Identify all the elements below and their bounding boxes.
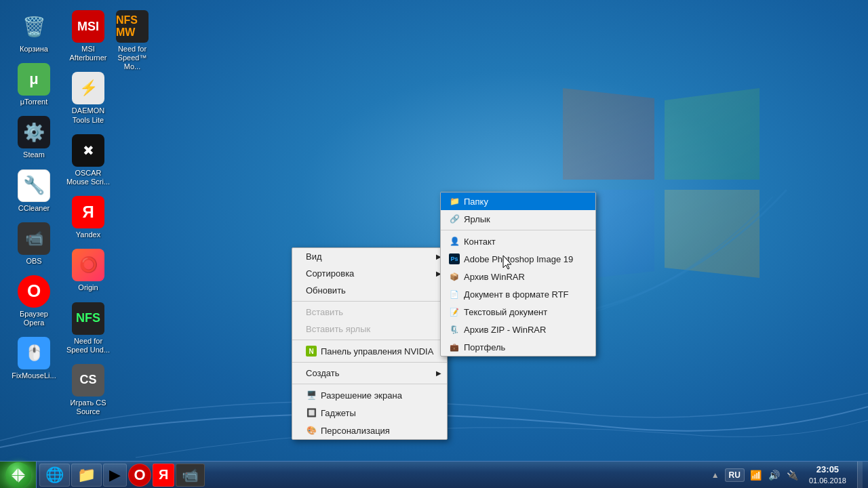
icon-oscar-label: OSCAR Mouse Scri... xyxy=(64,169,112,186)
submenu-folder[interactable]: 📁 Папку xyxy=(441,192,595,210)
icon-daemon-label: DAEMON Tools Lite xyxy=(64,106,112,124)
icon-fixmouse-label: FixMouseLi... xyxy=(12,371,56,380)
menu-view[interactable]: Вид xyxy=(292,248,447,265)
start-orb xyxy=(5,462,31,488)
menu-refresh[interactable]: Обновить xyxy=(292,282,447,299)
menu-paste: Вставить xyxy=(292,304,447,321)
submenu-winrar[interactable]: 📦 Архив WinRAR xyxy=(441,268,595,285)
zip-icon: 🗜️ xyxy=(449,324,460,335)
submenu-text-label: Текстовый документ xyxy=(464,307,547,317)
icon-obs[interactable]: 📹 OBS xyxy=(7,219,61,269)
icon-steam[interactable]: ⚙️ Steam xyxy=(7,113,61,163)
portfolio-icon: 💼 xyxy=(449,342,460,352)
submenu-folder-label: Папку xyxy=(464,197,488,207)
taskbar-obs[interactable]: 📹 xyxy=(176,464,205,487)
taskbar-explorer[interactable]: 📁 xyxy=(71,464,102,487)
icon-yandex[interactable]: Я Yandex xyxy=(61,192,115,243)
menu-view-label: Вид xyxy=(306,251,322,262)
menu-divider-1 xyxy=(292,301,447,302)
personalization-icon: 🎨 xyxy=(306,425,317,436)
menu-sort[interactable]: Сортировка xyxy=(292,265,447,282)
submenu-zip-label: Архив ZIP - WinRAR xyxy=(464,325,546,335)
windows-logo-small xyxy=(11,468,26,483)
icon-nfs-mw-label: Need for Speed™ Mo... xyxy=(108,45,156,72)
taskbar-opera[interactable]: O xyxy=(128,464,151,487)
tray-arrow[interactable]: ▲ xyxy=(710,470,721,480)
tray-network[interactable]: 📶 xyxy=(749,470,763,481)
clock[interactable]: 23:05 01.06.2018 xyxy=(804,462,852,488)
submenu-rtf[interactable]: 📄 Документ в формате RTF xyxy=(441,285,595,303)
icon-ccleaner-label: CCleaner xyxy=(18,204,50,213)
taskbar-items: 🌐 📁 ▶ O Я 📹 xyxy=(37,462,705,488)
menu-resolution[interactable]: 🖥️ Разрешение экрана xyxy=(292,386,447,404)
show-desktop-button[interactable] xyxy=(857,462,863,489)
menu-paste-shortcut: Вставить ярлык xyxy=(292,321,447,338)
menu-nvidia[interactable]: N Панель управления NVIDIA xyxy=(292,342,447,360)
taskbar-yandex[interactable]: Я xyxy=(153,464,174,487)
taskbar-wmp[interactable]: ▶ xyxy=(103,464,127,487)
gadgets-icon: 🔲 xyxy=(306,407,317,418)
icon-steam-label: Steam xyxy=(23,150,45,159)
icon-nfs-mw[interactable]: NFS MW Need for Speed™ Mo... xyxy=(105,7,159,75)
resolution-icon: 🖥️ xyxy=(306,390,317,401)
winrar-icon: 📦 xyxy=(449,271,460,282)
icon-opera-browser[interactable]: O Браузер Opera xyxy=(7,272,61,331)
menu-refresh-label: Обновить xyxy=(306,285,346,296)
icon-nfs-underground[interactable]: NFS Need for Speed Und... xyxy=(61,299,115,358)
icon-recycle-bin[interactable]: 🗑️ Корзина xyxy=(7,7,61,57)
submenu-create: 📁 Папку 🔗 Ярлык 👤 Контакт Ps Adobe Photo… xyxy=(440,192,596,357)
tray-power[interactable]: 🔌 xyxy=(785,470,800,481)
icon-origin-label: Origin xyxy=(78,283,98,292)
rtf-icon: 📄 xyxy=(449,289,460,300)
icon-opera-label: Браузер Opera xyxy=(10,310,58,327)
submenu-shortcut[interactable]: 🔗 Ярлык xyxy=(441,210,595,228)
submenu-rtf-label: Документ в формате RTF xyxy=(464,289,569,300)
clock-date: 01.06.2018 xyxy=(809,476,846,485)
taskbar: 🌐 📁 ▶ O Я 📹 ▲ RU 📶 🔊 🔌 23:05 01.06.2018 xyxy=(0,461,868,488)
menu-sort-label: Сортировка xyxy=(306,268,354,279)
icon-obs-label: OBS xyxy=(26,257,41,266)
icon-recycle-bin-label: Корзина xyxy=(20,45,48,54)
submenu-text[interactable]: 📝 Текстовый документ xyxy=(441,303,595,321)
menu-divider-3 xyxy=(292,362,447,363)
submenu-portfolio[interactable]: 💼 Портфель xyxy=(441,338,595,356)
desktop-icons-col3: NFS MW Need for Speed™ Mo... xyxy=(105,7,159,78)
submenu-contact-label: Контакт xyxy=(464,237,496,247)
menu-gadgets[interactable]: 🔲 Гаджеты xyxy=(292,404,447,422)
language-indicator[interactable]: RU xyxy=(725,468,745,482)
nvidia-icon: N xyxy=(306,346,317,357)
desktop-icons-col1: 🗑️ Корзина μ μTorrent ⚙️ Steam 🔧 CCleane… xyxy=(7,7,61,387)
submenu-photoshop[interactable]: Ps Adobe Photoshop Image 19 xyxy=(441,250,595,268)
photoshop-icon: Ps xyxy=(449,253,460,264)
icon-origin[interactable]: ⭕ Origin xyxy=(61,245,115,296)
menu-create[interactable]: Создать 📁 Папку 🔗 Ярлык 👤 Контакт Ps xyxy=(292,365,447,382)
menu-nvidia-label: Панель управления NVIDIA xyxy=(321,346,433,357)
tray-volume[interactable]: 🔊 xyxy=(767,470,781,481)
start-button[interactable] xyxy=(0,462,37,489)
menu-create-label: Создать xyxy=(306,368,339,378)
submenu-shortcut-label: Ярлык xyxy=(464,214,490,224)
icon-ccleaner[interactable]: 🔧 CCleaner xyxy=(7,166,61,216)
submenu-contact[interactable]: 👤 Контакт xyxy=(441,232,595,250)
menu-personalization[interactable]: 🎨 Персонализация xyxy=(292,422,447,439)
submenu-photoshop-label: Adobe Photoshop Image 19 xyxy=(464,254,573,264)
menu-paste-shortcut-label: Вставить ярлык xyxy=(306,324,370,334)
system-tray: ▲ RU 📶 🔊 🔌 23:05 01.06.2018 xyxy=(705,462,868,488)
menu-paste-label: Вставить xyxy=(306,307,343,317)
clock-time: 23:05 xyxy=(816,464,839,476)
contact-icon: 👤 xyxy=(449,236,460,247)
menu-divider-2 xyxy=(292,340,447,340)
icon-cs-source[interactable]: CS Играть CS Source xyxy=(61,361,115,420)
icon-yandex-label: Yandex xyxy=(76,230,101,239)
taskbar-ie[interactable]: 🌐 xyxy=(39,464,70,487)
menu-resolution-label: Разрешение экрана xyxy=(321,390,402,401)
submenu-zip[interactable]: 🗜️ Архив ZIP - WinRAR xyxy=(441,321,595,338)
folder-icon: 📁 xyxy=(449,196,460,207)
shortcut-icon: 🔗 xyxy=(449,214,460,224)
menu-gadgets-label: Гаджеты xyxy=(321,408,356,418)
icon-oscar-mouse[interactable]: ✖ OSCAR Mouse Scri... xyxy=(61,131,115,190)
menu-divider-4 xyxy=(292,384,447,384)
icon-fixmouse[interactable]: 🖱️ FixMouseLi... xyxy=(7,333,61,384)
submenu-divider-1 xyxy=(441,230,595,230)
icon-utorrent[interactable]: μ μTorrent xyxy=(7,60,61,110)
